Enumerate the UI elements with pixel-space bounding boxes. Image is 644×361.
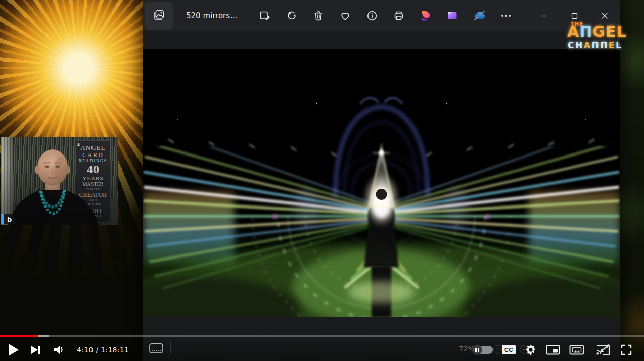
theater-mode-icon xyxy=(569,344,584,355)
designer-button[interactable] xyxy=(419,9,432,22)
edit-image-icon xyxy=(259,10,271,22)
time-display: 4:10 / 1:18:11 xyxy=(77,346,129,354)
progress-bar[interactable] xyxy=(0,335,644,337)
theater-mode-button[interactable] xyxy=(569,344,584,355)
more-options-button[interactable] xyxy=(499,9,513,22)
mute-button[interactable] xyxy=(53,344,66,356)
angel-mirror-artwork xyxy=(143,49,620,317)
gear-icon xyxy=(525,344,537,356)
subtitles-button[interactable]: CC xyxy=(502,345,516,354)
minimize-button[interactable] xyxy=(532,0,555,31)
edit-image-button[interactable] xyxy=(258,9,271,22)
webcam-overlay: ANGEL CARD READINGS 40 YEARS MASTER ORAC… xyxy=(1,137,118,225)
logo-angel-text: AПGEL xyxy=(567,24,627,39)
pause-icon xyxy=(472,345,482,355)
photos-app-window: 520 mirrors... xyxy=(143,0,620,361)
onedrive-offline-icon xyxy=(473,10,486,21)
heart-icon xyxy=(339,10,351,22)
next-button[interactable] xyxy=(30,344,41,355)
autoplay-toggle[interactable] xyxy=(473,346,493,354)
play-icon xyxy=(8,343,19,356)
clipchamp-button[interactable] xyxy=(446,9,459,22)
angel-channel-logo: THE AПGEL CHAППEL xyxy=(567,21,641,59)
close-icon xyxy=(601,12,608,19)
designer-icon xyxy=(419,9,432,22)
favorite-button[interactable] xyxy=(339,9,352,22)
volume-icon xyxy=(53,344,66,356)
autoplay-pill xyxy=(473,346,493,354)
progress-played xyxy=(0,335,38,337)
photos-gallery-button[interactable] xyxy=(145,2,173,30)
info-icon xyxy=(366,10,378,22)
caption-overlay: b xyxy=(1,214,15,224)
printer-icon xyxy=(393,10,405,22)
next-icon xyxy=(30,344,41,355)
print-button[interactable] xyxy=(392,9,405,22)
minimize-icon xyxy=(540,13,547,19)
more-options-icon xyxy=(500,10,512,22)
fullscreen-button[interactable] xyxy=(621,344,632,355)
photo-filename-title: 520 mirrors... xyxy=(186,0,237,31)
info-button[interactable] xyxy=(365,9,379,22)
webcam-shading xyxy=(1,137,118,225)
caption-text: b xyxy=(4,214,15,224)
progress-track xyxy=(0,335,644,337)
player-control-bar: 4:10 / 1:18:11 CC xyxy=(0,338,644,361)
trash-icon xyxy=(312,10,325,22)
rotate-icon xyxy=(286,10,298,22)
photos-action-bar xyxy=(258,0,513,31)
miniplayer-button[interactable] xyxy=(546,345,560,355)
delete-button[interactable] xyxy=(312,9,325,22)
photo-canvas-angel-mirror xyxy=(143,49,620,317)
logo-channel-text: CHAППEL xyxy=(568,41,622,50)
rotate-button[interactable] xyxy=(285,9,298,22)
fullscreen-icon xyxy=(621,344,632,355)
photos-toolbar: 520 mirrors... xyxy=(143,0,620,31)
miniplayer-icon xyxy=(546,345,560,355)
clipchamp-icon xyxy=(446,10,458,22)
photo-gallery-icon xyxy=(152,8,166,23)
play-button[interactable] xyxy=(8,343,19,356)
video-frame: 520 mirrors... xyxy=(0,0,644,361)
maximize-icon xyxy=(571,13,578,19)
onedrive-status-button[interactable] xyxy=(473,9,486,22)
cc-icon: CC xyxy=(502,345,516,354)
cast-button[interactable] xyxy=(593,343,612,356)
play-on-tv-icon xyxy=(593,343,612,356)
settings-button[interactable] xyxy=(525,344,537,356)
